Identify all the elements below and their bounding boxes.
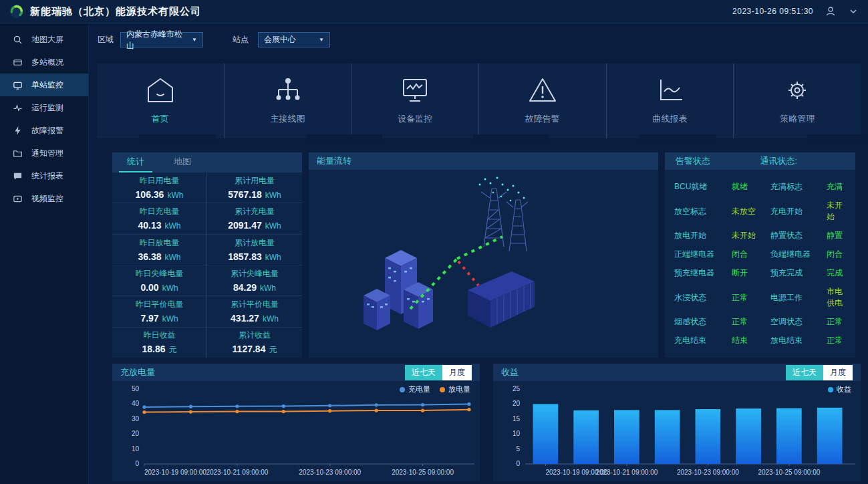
status-label: 烟感状态 — [674, 316, 732, 328]
dropdown-arrow-icon: ▼ — [319, 37, 324, 43]
status-label: 空调状态 — [770, 316, 827, 328]
sidebar-item-label: 多站概况 — [31, 57, 63, 68]
energy-flow-panel: 能量流转 — [309, 152, 658, 358]
range-button[interactable]: 近七天 — [405, 365, 442, 380]
stat-value: 5767.18kWh — [228, 189, 281, 200]
legend-item[interactable]: 放电量 — [440, 384, 470, 394]
stat-cell: 昨日放电量36.38kWh — [112, 235, 207, 265]
svg-text:25: 25 — [513, 385, 521, 392]
nav-item-fault-alert[interactable]: 故障告警 — [478, 64, 606, 138]
stat-label: 昨日放电量 — [140, 237, 180, 249]
nav-item-strategy[interactable]: 策略管理 — [733, 64, 861, 138]
line-chart: 010203040502023-10-19 09:00:002023-10-21… — [112, 381, 480, 481]
status-row: 烟感状态正常空调状态正常 — [665, 316, 855, 328]
stat-row: 昨日充电量40.13kWh累计充电量2091.47kWh — [112, 203, 302, 233]
chevron-down-icon[interactable] — [848, 6, 859, 17]
status-value: 充满 — [827, 181, 846, 193]
stat-value: 431.27kWh — [231, 313, 279, 324]
legend-item[interactable]: 收益 — [828, 384, 851, 394]
svg-text:40: 40 — [132, 400, 140, 407]
status-label: 正端继电器 — [674, 249, 732, 260]
sidebar-item-label: 单站监控 — [31, 80, 63, 91]
lightning-icon — [13, 126, 23, 136]
stat-value: 84.29kWh — [233, 282, 276, 293]
legend-item[interactable]: 充电量 — [400, 384, 430, 394]
bar-chart: 05101520252023-10-19 09:00:002023-10-21 … — [493, 381, 861, 481]
status-value: 正常 — [827, 316, 846, 328]
folder-icon — [13, 148, 23, 158]
status-row: 充电结束结束放电结束正常 — [665, 335, 855, 346]
stat-value: 0.00kWh — [140, 282, 178, 293]
svg-text:30: 30 — [132, 415, 140, 422]
gear-icon — [782, 77, 812, 104]
region-select[interactable]: 内蒙古赤峰市松山 ▼ — [120, 32, 203, 47]
nav-item-label: 主接线图 — [271, 113, 305, 125]
svg-text:10: 10 — [513, 430, 521, 437]
magnifier-icon — [13, 35, 23, 45]
status-value: 闭合 — [732, 249, 770, 260]
user-icon[interactable] — [825, 6, 836, 17]
alarm-status-title: 告警状态 — [665, 155, 760, 167]
legend-dot-icon — [400, 387, 405, 392]
svg-text:20: 20 — [132, 430, 140, 437]
nav-item-device-monitor[interactable]: 设备监控 — [351, 64, 478, 138]
sidebar-item-multi-station[interactable]: 多站概况 — [0, 51, 88, 74]
nav-item-wiring-diagram[interactable]: 主接线图 — [224, 64, 351, 138]
partial-card — [640, 134, 716, 143]
stat-value: 18.86元 — [142, 344, 176, 356]
sidebar-item-label: 运行监测 — [31, 102, 63, 114]
filter-bar: 区域 内蒙古赤峰市松山 ▼ 站点 会展中心 ▼ — [98, 32, 330, 47]
tab-map[interactable]: 地图 — [174, 156, 191, 172]
status-label: 静置状态 — [770, 230, 827, 241]
energy-flow-illustration — [309, 170, 658, 358]
stat-label: 昨日收益 — [144, 330, 176, 341]
status-value: 断开 — [732, 267, 770, 279]
sidebar-item-video[interactable]: 视频监控 — [0, 187, 88, 210]
nav-item-curve-report[interactable]: 曲线报表 — [606, 64, 734, 138]
sidebar-item-map-screen[interactable]: 地图大屏 — [0, 28, 88, 51]
sidebar-item-notification[interactable]: 通知管理 — [0, 142, 88, 164]
energy-flow-title: 能量流转 — [317, 155, 351, 167]
stat-label: 昨日平价电量 — [136, 299, 184, 310]
svg-text:2023-10-25 09:00:00: 2023-10-25 09:00:00 — [392, 469, 454, 476]
stat-label: 昨日尖峰电量 — [136, 268, 184, 279]
tower-sparks — [479, 177, 525, 202]
status-value: 就绪 — [732, 181, 770, 193]
status-row: 正端继电器闭合负端继电器闭合 — [665, 249, 855, 260]
sidebar-item-fault-alarm[interactable]: 故障报警 — [0, 119, 88, 142]
stat-cell: 昨日平价电量7.97kWh — [112, 296, 207, 326]
stat-label: 累计放电量 — [235, 237, 275, 249]
status-label: BCU就绪 — [674, 181, 732, 193]
range-button[interactable]: 近七天 — [786, 365, 823, 380]
site-select[interactable]: 会展中心 ▼ — [258, 32, 330, 47]
nav-item-label: 曲线报表 — [653, 113, 688, 125]
stat-value: 2091.47kWh — [228, 220, 281, 231]
status-value: 未开始 — [732, 230, 770, 241]
storage-container — [468, 271, 535, 328]
site-label: 站点 — [233, 34, 249, 45]
status-value: 未放空 — [732, 206, 770, 217]
alarm-status-panel: 告警状态 通讯状态: BCU就绪就绪充满标志充满放空标志未放空充电开始未开始放电… — [665, 152, 855, 358]
top-header: 新能瑞驰（北京）能源技术有限公司 2023-10-26 09:51:30 — [0, 0, 868, 23]
status-label: 放电开始 — [674, 230, 732, 241]
tab-statistics[interactable]: 统计 — [127, 156, 144, 172]
status-header: 告警状态 通讯状态: — [665, 152, 855, 170]
company-logo-icon — [9, 4, 24, 19]
stat-row: 昨日尖峰电量0.00kWh累计尖峰电量84.29kWh — [112, 265, 302, 295]
status-row: 水浸状态正常电源工作市电供电 — [665, 286, 855, 309]
legend-dot-icon — [828, 387, 833, 392]
sidebar-item-single-station[interactable]: 单站监控 — [0, 74, 88, 96]
stat-row: 昨日收益18.86元累计收益1127.84元 — [112, 327, 302, 358]
range-button[interactable]: 月度 — [823, 365, 853, 380]
sidebar-item-operation-monitor[interactable]: 运行监测 — [0, 96, 88, 119]
stat-value: 36.38kWh — [138, 251, 180, 262]
nav-item-home[interactable]: 首页 — [97, 64, 224, 138]
stat-value: 7.97kWh — [140, 313, 178, 324]
wiring-diagram-icon — [273, 77, 303, 104]
sidebar-item-report[interactable]: 统计报表 — [0, 164, 88, 187]
status-rows: BCU就绪就绪充满标志充满放空标志未放空充电开始未开始放电开始未开始静置状态静置… — [665, 170, 855, 358]
stats-rows: 昨日用电量106.36kWh累计用电量5767.18kWh昨日充电量40.13k… — [112, 172, 302, 358]
svg-text:2023-10-19 09:00:00: 2023-10-19 09:00:00 — [144, 469, 206, 476]
nav-item-label: 策略管理 — [780, 113, 815, 125]
range-button[interactable]: 月度 — [442, 365, 472, 380]
